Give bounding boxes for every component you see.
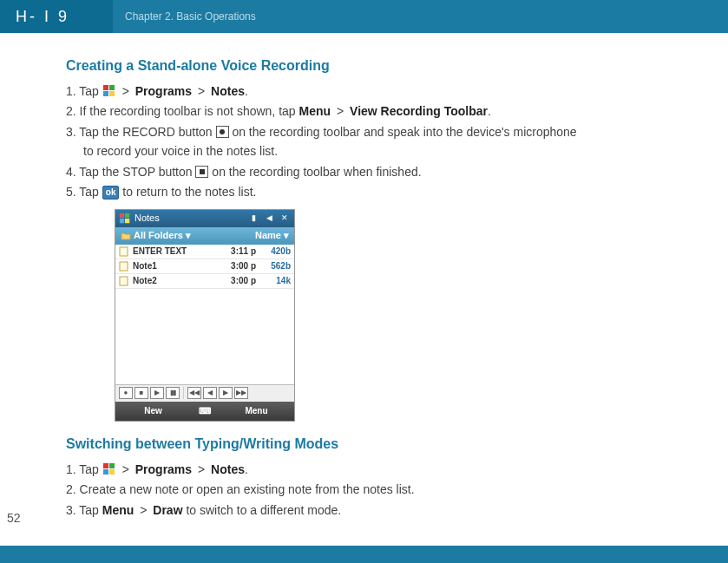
section-title-voice-recording: Creating a Stand-alone Voice Recording [66,56,676,77]
note-time: 3:00 p [218,259,256,273]
page-number: 52 [7,511,21,525]
stop-button[interactable]: ■ [134,387,148,399]
softkey-new[interactable]: New [115,404,191,418]
text: Tap [79,462,102,476]
device-list-header: All Folders ▾ Name ▾ [115,227,294,245]
list-item[interactable]: Note2 3:00 p 14k [115,274,294,289]
svg-rect-7 [125,219,129,223]
keyboard-icon[interactable]: ⌨ [191,404,219,418]
menu-label: Menu [102,503,134,517]
text: . [488,104,491,118]
note-icon [119,261,129,272]
svg-rect-2 [103,91,108,96]
text: Tap [79,185,102,199]
softkey-menu[interactable]: Menu [219,404,294,418]
record-button[interactable]: ● [119,387,133,399]
device-screenshot: Notes ▮ ◀ ✕ All Folders ▾ Name ▾ ENTER T… [115,209,295,422]
forward-button[interactable]: ▶ [219,387,233,399]
stop-icon [195,166,208,178]
svg-rect-14 [109,469,115,475]
text: If the recording toolbar is not shown, t… [80,104,299,118]
text: . [245,462,248,476]
step-3b: 3. Tap Menu > Draw to switch to a differ… [66,501,676,520]
chapter-label: Chapter 2. Basic Operations [125,10,256,23]
speaker-icon: ◀ [263,213,275,225]
note-icon [119,276,129,286]
pause-button[interactable]: ▮▮ [166,387,180,399]
svg-rect-13 [103,469,108,475]
text: on the recording toolbar when finished. [208,165,421,179]
separator-gt: > [194,84,208,98]
step-number: 2. [66,104,80,118]
view-recording-toolbar-label: View Recording Toolbar [350,104,488,118]
svg-rect-8 [120,247,128,256]
device-softkey-bar: New ⌨ Menu [115,402,294,421]
separator-gt: > [119,462,133,476]
note-name: Note1 [133,259,218,273]
separator-gt: > [194,462,208,476]
text: Tap [79,503,102,517]
svg-rect-0 [103,85,108,90]
text: on the recording toolbar and speak into … [229,125,577,139]
text: . [245,84,248,98]
header-banner: H- I 9 Chapter 2. Basic Operations [0,0,728,33]
note-size: 562b [256,259,291,273]
text: to switch to a different mode. [183,503,342,517]
separator-gt: > [333,104,347,118]
step-number: 3. [66,125,79,139]
folder-icon [121,231,131,241]
step-2: 2. If the recording toolbar is not shown… [66,102,676,121]
device-recording-toolbar: ● ■ ▶ ▮▮ ◀◀ ◀ ▶ ▶▶ [115,384,294,402]
programs-label: Programs [135,462,192,476]
ok-badge-icon: ok [102,186,120,200]
svg-rect-9 [120,262,128,271]
svg-rect-11 [103,463,108,468]
notes-label: Notes [211,462,245,476]
toolbar-separator [183,387,184,399]
step-1: 1. Tap > Programs > Notes. [66,82,676,101]
separator-gt: > [136,503,150,517]
list-item[interactable]: ENTER TEXT 3:11 p 420b [115,245,294,259]
logo: H- I 9 [0,0,113,33]
separator-gt: > [119,84,133,98]
device-blank-area [115,289,294,384]
text: to return to the notes list. [119,185,256,199]
device-titlebar: Notes ▮ ◀ ✕ [115,210,294,227]
step-3: 3. Tap the RECORD button on the recordin… [66,123,676,160]
note-size: 420b [256,245,291,259]
rewind-button[interactable]: ◀ [203,387,217,399]
step-number: 4. [66,165,79,179]
step-4: 4. Tap the STOP button on the recording … [66,163,676,182]
programs-label: Programs [135,84,192,98]
note-time: 3:00 p [218,274,256,288]
note-icon [119,246,129,257]
svg-rect-12 [109,463,115,468]
text: Create a new note or open an existing no… [80,482,415,496]
folders-dropdown[interactable]: All Folders ▾ [134,228,191,243]
note-size: 14k [256,274,291,288]
draw-label: Draw [153,503,182,517]
menu-label: Menu [299,104,331,118]
next-button[interactable]: ▶▶ [234,387,248,399]
step-1b: 1. Tap > Programs > Notes. [66,461,676,480]
name-column-sort[interactable]: Name ▾ [255,228,289,243]
device-title-text: Notes [134,211,160,226]
play-button[interactable]: ▶ [150,387,164,399]
signal-icon: ▮ [247,213,259,225]
step-number: 5. [66,185,79,199]
step-5: 5. Tap ok to return to the notes list. [66,183,676,202]
notes-label: Notes [211,84,245,98]
step-number: 1. [66,462,79,476]
footer-banner [0,546,728,563]
start-flag-icon [119,213,131,225]
svg-rect-6 [120,219,124,223]
close-icon: ✕ [279,213,291,225]
step-number: 1. [66,84,79,98]
list-item[interactable]: Note1 3:00 p 562b [115,259,294,274]
prev-button[interactable]: ◀◀ [187,387,201,399]
text: Tap [79,84,102,98]
svg-rect-10 [120,277,128,285]
page-content: Creating a Stand-alone Voice Recording 1… [0,33,728,520]
step-number: 2. [66,482,80,496]
step-2b: 2. Create a new note or open an existing… [66,481,676,500]
